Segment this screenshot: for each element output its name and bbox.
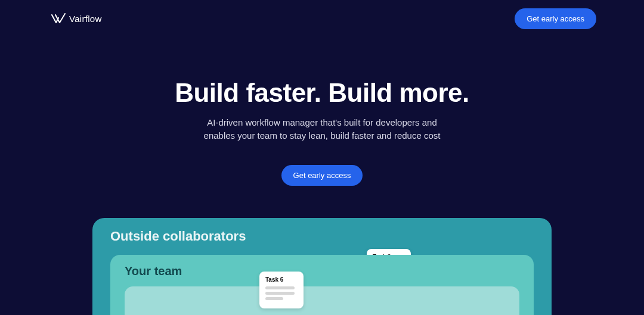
logo: Vairflow bbox=[51, 13, 102, 25]
hero-subtitle: AI-driven workflow manager that's built … bbox=[197, 116, 447, 142]
vairflow-logo-icon bbox=[51, 13, 66, 25]
hero-section: Build faster. Build more. AI-driven work… bbox=[0, 78, 644, 186]
task-card: Task 6 bbox=[259, 272, 304, 308]
collaborators-illustration: Outside collaborators Task 8 Task 9 Your… bbox=[92, 218, 552, 316]
placeholder-line bbox=[265, 292, 295, 295]
placeholder-line bbox=[265, 297, 283, 300]
header: Vairflow Get early access bbox=[0, 0, 644, 38]
placeholder-line bbox=[265, 286, 295, 289]
inner-layer: Task 6 bbox=[125, 286, 519, 316]
hero-title: Build faster. Build more. bbox=[0, 78, 644, 108]
your-team-label: Your team bbox=[125, 264, 519, 278]
hero-cta-wrapper: Get early access bbox=[0, 165, 644, 186]
hero-cta-button[interactable]: Get early access bbox=[281, 165, 363, 186]
task-title: Task 6 bbox=[265, 276, 298, 283]
outside-collaborators-label: Outside collaborators bbox=[110, 229, 534, 244]
logo-text: Vairflow bbox=[69, 14, 102, 24]
team-layer: Your team Task 6 bbox=[110, 255, 534, 316]
header-cta-button[interactable]: Get early access bbox=[515, 8, 596, 29]
